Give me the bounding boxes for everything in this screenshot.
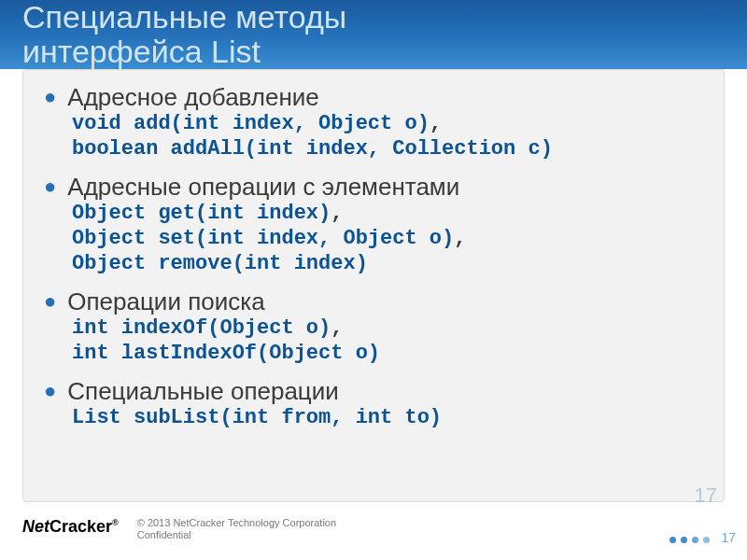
section-heading: Адресное добавление [67, 83, 319, 111]
code-line: Object set(int index, Object o), [72, 226, 705, 251]
section-heading: Специальные операции [67, 377, 339, 405]
code-line: Object remove(int index) [72, 251, 705, 276]
slide-header: Специальные методы интерфейса List [0, 0, 747, 69]
bullet-icon: ● [44, 173, 56, 201]
section: ●Адресное добавлениеvoid add(int index, … [44, 83, 705, 161]
code-line: boolean addAll(int index, Collection c) [72, 136, 705, 161]
bullet-icon: ● [44, 83, 56, 111]
code-line: int lastIndexOf(Object o) [72, 341, 705, 366]
code-line: void add(int index, Object o), [72, 111, 705, 136]
decorative-dots [669, 537, 710, 543]
code-line: List subList(int from, int to) [72, 405, 705, 430]
bullet-row: ●Адресное добавление [44, 83, 705, 111]
slide: Специальные методы интерфейса List ●Адре… [0, 0, 747, 560]
bullet-icon: ● [44, 377, 56, 405]
bullet-row: ●Специальные операции [44, 377, 705, 405]
copyright: © 2013 NetCracker Technology Corporation… [137, 517, 336, 541]
section: ●Специальные операцииList subList(int fr… [44, 377, 705, 430]
footer: NetCracker® © 2013 NetCracker Technology… [0, 511, 747, 560]
page-number-overlay: 17 [695, 483, 717, 508]
page-number: 17 [721, 530, 736, 545]
code-line: int indexOf(Object o), [72, 315, 705, 341]
section-heading: Адресные операции с элементами [67, 173, 459, 201]
section: ●Операции поискаint indexOf(Object o),in… [44, 287, 705, 366]
logo: NetCracker® [22, 517, 119, 537]
code-line: Object get(int index), [72, 201, 705, 226]
bullet-row: ●Адресные операции с элементами [44, 173, 705, 201]
section: ●Адресные операции с элементамиObject ge… [44, 173, 705, 276]
slide-title-line1: Специальные методы [22, 0, 725, 35]
bullet-row: ●Операции поиска [44, 287, 705, 315]
slide-title-line2: интерфейса List [22, 35, 725, 69]
section-heading: Операции поиска [67, 287, 264, 315]
content-box: ●Адресное добавлениеvoid add(int index, … [22, 69, 725, 502]
bullet-icon: ● [44, 287, 56, 315]
